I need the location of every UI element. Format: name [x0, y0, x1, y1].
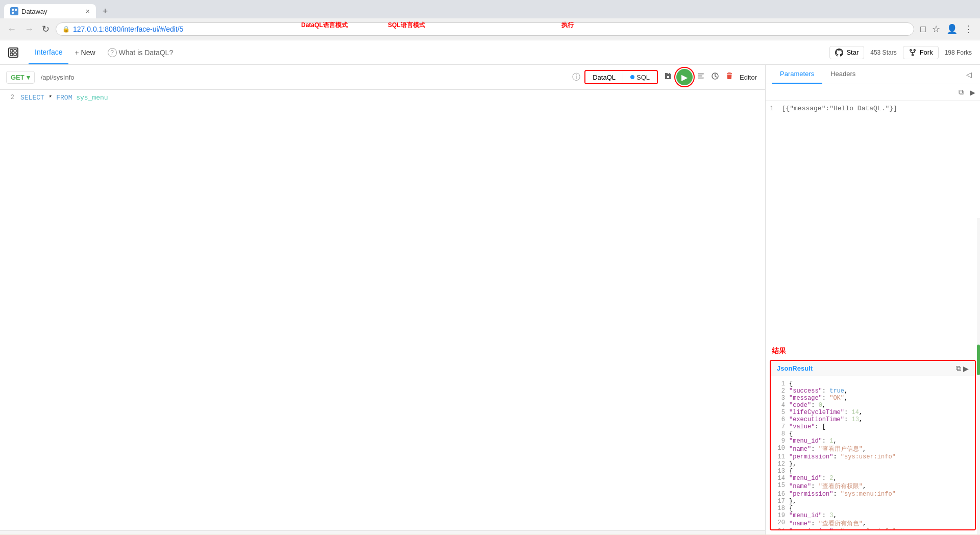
- address-bar[interactable]: 🔒: [56, 22, 914, 36]
- json-line-text: "name": "查看所有角色",: [789, 519, 866, 528]
- json-result-line: 11 "permission": "sys:user:info": [775, 453, 971, 460]
- json-result-line: 10 "name": "查看用户信息",: [775, 445, 971, 453]
- json-line-number: 11: [775, 453, 785, 460]
- history-icon-button[interactable]: [709, 70, 721, 84]
- editor-scrollbar[interactable]: [0, 530, 765, 534]
- json-line-text: "name": "查看用户信息",: [789, 445, 866, 453]
- json-line-text: "success": true,: [789, 387, 848, 395]
- star-count: 453 Stars: [870, 49, 896, 56]
- active-tab[interactable]: Dataway ×: [4, 4, 96, 18]
- bookmark-button[interactable]: ☆: [930, 21, 942, 37]
- browser-chrome: Dataway × + ← → ↻ 🔒 □ ☆ 👤 ⋮: [0, 0, 980, 40]
- json-line-text: "value": [: [789, 423, 826, 430]
- profile-button[interactable]: 👤: [944, 21, 960, 37]
- json-line-text: "permission": "sys:role:info": [789, 528, 896, 529]
- params-toolbar: ⧉ ▶: [766, 84, 980, 101]
- params-line-number: 1: [770, 105, 774, 112]
- json-line-text: {: [789, 430, 793, 437]
- params-line-1: 1 [{"message":"Hello DataQL."}]: [770, 105, 976, 112]
- result-expand-button[interactable]: ▶: [963, 364, 969, 373]
- star-button[interactable]: Star: [829, 46, 864, 59]
- forward-button[interactable]: →: [22, 23, 36, 36]
- scrollbar-thumb: [977, 345, 980, 375]
- json-line-text: {: [789, 380, 793, 387]
- json-line-number: 3: [775, 395, 785, 402]
- svg-rect-4: [14, 50, 16, 52]
- cast-button[interactable]: □: [918, 22, 928, 37]
- execute-button[interactable]: ▶: [676, 69, 693, 85]
- json-line-text: {: [789, 505, 793, 512]
- result-copy-button[interactable]: ⧉: [956, 364, 961, 373]
- method-selector[interactable]: GET ▾: [6, 71, 35, 84]
- url-input[interactable]: [73, 25, 908, 33]
- menu-button[interactable]: ⋮: [962, 21, 975, 37]
- params-content[interactable]: 1 [{"message":"Hello DataQL."}]: [766, 101, 980, 343]
- tab-close-button[interactable]: ×: [86, 8, 90, 15]
- json-line-number: 5: [775, 409, 785, 416]
- params-text: [{"message":"Hello DataQL."}]: [782, 105, 897, 112]
- fork-button[interactable]: Fork: [903, 46, 939, 59]
- code-editor[interactable]: 2 SELECT * FROM sys_menu: [0, 90, 765, 530]
- method-dropdown-icon: ▾: [27, 74, 30, 81]
- right-panel-scrollbar[interactable]: [977, 218, 980, 534]
- logo-icon: [8, 47, 18, 58]
- app-nav: DataQL语言模式 SQL语言模式 执行 Interface + New ? …: [0, 40, 980, 65]
- json-line-text: "menu_id": 2,: [789, 475, 837, 482]
- sql-keyword-from: FROM: [56, 94, 72, 102]
- json-result-line: 6 "executionTime": 13,: [775, 416, 971, 423]
- panel-expand-button[interactable]: ◁: [964, 68, 974, 81]
- json-line-number: 2: [775, 387, 785, 395]
- svg-rect-6: [14, 53, 16, 56]
- delete-icon-button[interactable]: [723, 70, 736, 84]
- json-line-number: 20: [775, 519, 785, 528]
- format-icon-button[interactable]: [695, 70, 707, 84]
- params-expand-button[interactable]: ▶: [967, 87, 978, 98]
- editor-label-button[interactable]: Editor: [738, 70, 759, 84]
- json-line-number: 4: [775, 402, 785, 409]
- json-result-line: 20 "name": "查看所有角色",: [775, 519, 971, 528]
- params-copy-button[interactable]: ⧉: [956, 86, 966, 98]
- browser-toolbar: ← → ↻ 🔒 □ ☆ 👤 ⋮: [0, 18, 980, 40]
- info-icon[interactable]: ⓘ: [572, 72, 580, 83]
- line-number-1: 2: [4, 94, 14, 101]
- dataql-mode-button[interactable]: DataQL: [585, 71, 623, 83]
- tab-title: Dataway: [21, 8, 83, 15]
- nav-help[interactable]: ? What is DataQL?: [102, 41, 180, 64]
- svg-rect-5: [10, 53, 13, 56]
- sql-active-dot: [630, 75, 634, 79]
- nav-right: Star 453 Stars Fork 198 Forks: [829, 46, 972, 59]
- request-bar: DataQL语言模式 ↓ SQL语言模式 ↓ GET ▾ ⓘ: [0, 65, 765, 90]
- reload-button[interactable]: ↻: [40, 22, 52, 36]
- result-title: JsonResult: [777, 364, 813, 372]
- result-box-header: JsonResult ⧉ ▶: [771, 361, 975, 376]
- result-json-content[interactable]: 1{2 "success": true,3 "message": "OK",4 …: [771, 376, 975, 529]
- save-icon-button[interactable]: [662, 70, 674, 84]
- svg-rect-9: [698, 78, 704, 79]
- url-input-field[interactable]: [39, 71, 568, 83]
- execute-icon: ▶: [681, 72, 688, 82]
- sql-keyword-select: SELECT: [20, 94, 44, 102]
- tab-headers[interactable]: Headers: [822, 65, 864, 84]
- tab-parameters[interactable]: Parameters: [772, 65, 822, 84]
- fork-count: 198 Forks: [945, 49, 972, 56]
- json-line-number: 15: [775, 482, 785, 491]
- json-result-line: 5 "lifeCycleTime": 14,: [775, 409, 971, 416]
- json-result-line: 8 {: [775, 430, 971, 437]
- json-line-text: "code": 0,: [789, 402, 826, 409]
- nav-interface[interactable]: Interface: [29, 41, 68, 64]
- json-line-text: "message": "OK",: [789, 395, 848, 402]
- method-label: GET: [11, 74, 24, 81]
- svg-rect-8: [698, 76, 702, 77]
- svg-rect-3: [10, 50, 13, 52]
- sql-mode-button[interactable]: SQL: [623, 71, 657, 83]
- sql-table-name: sys_menu: [76, 94, 108, 102]
- json-line-number: 14: [775, 475, 785, 482]
- right-panel-tabs: Parameters Headers ◁: [766, 65, 980, 84]
- json-result-line: 7 "value": [: [775, 423, 971, 430]
- back-button[interactable]: ←: [5, 23, 18, 36]
- json-line-text: },: [789, 460, 796, 468]
- json-line-text: "lifeCycleTime": 14,: [789, 409, 863, 416]
- new-tab-button[interactable]: +: [98, 4, 112, 18]
- nav-new[interactable]: + New: [68, 41, 101, 64]
- json-line-text: "permission": "sys:user:info": [789, 453, 896, 460]
